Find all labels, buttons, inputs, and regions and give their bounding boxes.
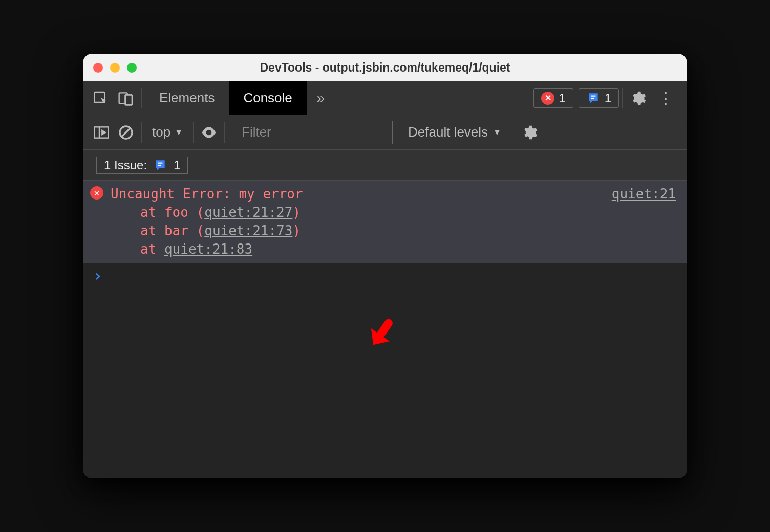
- divider: [141, 88, 142, 108]
- inspect-element-icon[interactable]: [89, 86, 114, 110]
- divider: [622, 88, 623, 108]
- prompt-chevron-icon: ›: [93, 267, 102, 284]
- divider: [141, 122, 142, 143]
- issue-icon: [153, 159, 167, 171]
- console-body: quiet:21 Uncaught Error: my error at foo…: [83, 181, 687, 478]
- issues-count: 1: [174, 158, 180, 172]
- window-title: DevTools - output.jsbin.com/tukemeq/1/qu…: [260, 61, 510, 75]
- stack-link[interactable]: quiet:21:27: [204, 205, 292, 220]
- stack-link[interactable]: quiet:21:83: [164, 241, 252, 257]
- svg-rect-4: [591, 95, 595, 96]
- svg-rect-12: [158, 164, 161, 165]
- annotation-arrow-icon: [360, 314, 401, 354]
- toggle-sidebar-icon[interactable]: [89, 120, 114, 145]
- tab-console[interactable]: Console: [229, 81, 306, 115]
- levels-label: Default levels: [408, 124, 488, 140]
- svg-line-9: [122, 128, 130, 137]
- tab-elements[interactable]: Elements: [145, 81, 229, 115]
- svg-rect-5: [591, 97, 593, 98]
- error-icon: [90, 186, 103, 199]
- stack-frame: at bar (quiet:21:73): [111, 222, 677, 240]
- error-count-badge[interactable]: 1: [533, 88, 573, 108]
- stack-link[interactable]: quiet:21:73: [204, 223, 292, 238]
- chevron-down-icon: ▼: [493, 128, 501, 137]
- console-settings-gear-icon[interactable]: [517, 120, 542, 145]
- maximize-window-button[interactable]: [127, 63, 137, 73]
- live-expression-icon[interactable]: [197, 120, 221, 145]
- error-message-row[interactable]: quiet:21 Uncaught Error: my error at foo…: [83, 181, 687, 263]
- device-toolbar-icon[interactable]: [114, 86, 138, 110]
- filter-input[interactable]: [234, 121, 393, 144]
- devtools-window: DevTools - output.jsbin.com/tukemeq/1/qu…: [83, 54, 687, 478]
- error-title: Uncaught Error: my error: [111, 185, 677, 204]
- issues-count-badge[interactable]: 1: [579, 88, 619, 108]
- traffic-lights: [93, 63, 137, 73]
- divider: [224, 122, 225, 143]
- close-window-button[interactable]: [93, 63, 103, 73]
- issues-prefix: 1 Issue:: [104, 158, 147, 172]
- svg-point-10: [207, 131, 210, 134]
- console-toolbar: top ▼ Default levels ▼: [83, 115, 687, 150]
- context-selector[interactable]: top ▼: [145, 124, 190, 140]
- overflow-menu-icon[interactable]: ⋮: [650, 88, 681, 108]
- error-icon: [541, 92, 554, 105]
- divider: [514, 122, 514, 143]
- minimize-window-button[interactable]: [110, 63, 120, 73]
- issue-icon: [586, 92, 601, 104]
- settings-gear-icon[interactable]: [626, 86, 650, 110]
- stack-frame: at foo (quiet:21:27): [111, 204, 677, 222]
- stack-frame: at quiet:21:83: [111, 240, 677, 259]
- issues-pill[interactable]: 1 Issue: 1: [96, 157, 188, 174]
- titlebar: DevTools - output.jsbin.com/tukemeq/1/qu…: [83, 54, 687, 81]
- more-tabs-icon[interactable]: »: [307, 90, 335, 106]
- console-prompt[interactable]: ›: [83, 263, 687, 287]
- clear-console-icon[interactable]: [114, 120, 138, 145]
- context-value: top: [152, 124, 170, 140]
- main-tabbar: Elements Console » 1 1 ⋮: [83, 81, 687, 115]
- svg-rect-2: [125, 95, 132, 105]
- log-levels-selector[interactable]: Default levels ▼: [399, 124, 510, 140]
- divider: [193, 122, 194, 143]
- issues-bar: 1 Issue: 1: [83, 150, 687, 181]
- error-count: 1: [559, 91, 565, 105]
- issue-count: 1: [605, 91, 611, 105]
- source-link[interactable]: quiet:21: [612, 185, 676, 204]
- svg-rect-11: [158, 162, 163, 163]
- chevron-down-icon: ▼: [175, 128, 183, 137]
